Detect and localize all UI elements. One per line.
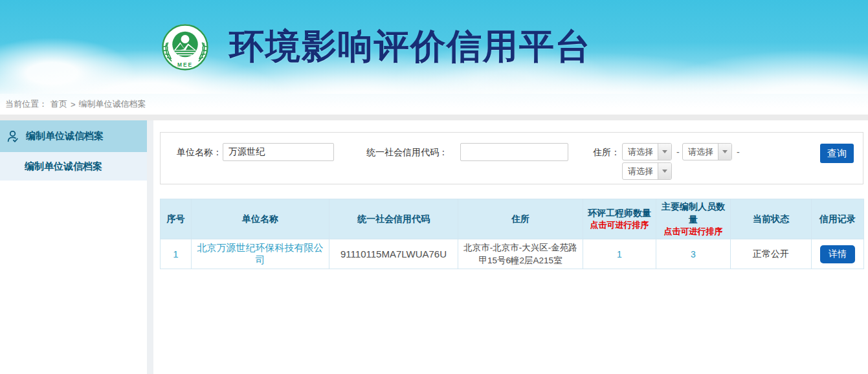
col-header-index: 序号: [161, 199, 192, 239]
staff-count-link[interactable]: 3: [691, 249, 696, 259]
breadcrumb-home-link[interactable]: 首页: [50, 98, 67, 110]
credit-code-value: 91110115MA7LWUA76U: [329, 239, 458, 269]
sort-hint[interactable]: 点击可进行排序: [659, 226, 728, 237]
site-title: 环境影响评价信用平台: [229, 23, 592, 71]
col-header-engineer-count-sortable[interactable]: 环评工程师数量 点击可进行排序: [583, 199, 656, 239]
sidebar-item-archive[interactable]: 编制单位诚信档案: [0, 152, 147, 181]
col-header-engineer-label: 环评工程师数量: [588, 208, 651, 218]
breadcrumb-current: 编制单位诚信档案: [79, 98, 146, 110]
chevron-down-icon[interactable]: [658, 144, 671, 160]
district-select-value: 请选择: [623, 163, 658, 179]
sort-hint[interactable]: 点击可进行排序: [586, 219, 653, 231]
credit-code-label: 统一社会信用代码：: [366, 147, 448, 159]
city-select[interactable]: 请选择: [682, 143, 732, 160]
main-content: 单位名称： 统一社会信用代码： 住所： 请选择 - 请选择 - 请选择 查询: [153, 120, 868, 374]
sidebar-group-archive[interactable]: 编制单位诚信档案: [0, 120, 147, 152]
engineer-count-link[interactable]: 1: [617, 249, 622, 259]
divider-band: [0, 115, 868, 120]
table-row: 1 北京万源世纪环保科技有限公司 91110115MA7LWUA76U 北京市-…: [161, 239, 864, 269]
col-header-name: 单位名称: [192, 199, 329, 239]
breadcrumb-prefix: 当前位置：: [5, 98, 47, 110]
breadcrumb-separator: >: [71, 100, 76, 109]
col-header-code: 统一社会信用代码: [329, 199, 458, 239]
dash-separator: -: [676, 147, 680, 157]
province-select[interactable]: 请选择: [622, 143, 672, 160]
detail-button[interactable]: 详情: [820, 245, 855, 263]
site-banner: MEE 环境影响评价信用平台: [0, 0, 868, 94]
chevron-down-icon[interactable]: [658, 163, 671, 179]
user-check-icon: [6, 129, 20, 144]
col-header-status: 当前状态: [731, 199, 812, 239]
address-value: 北京市-北京市-大兴区-金苑路甲15号6幢2层A215室: [458, 239, 583, 269]
chevron-down-icon[interactable]: [718, 144, 731, 160]
address-label: 住所：: [593, 147, 620, 159]
mee-logo-icon: MEE: [161, 23, 210, 72]
province-select-value: 请选择: [623, 144, 658, 160]
col-header-address: 住所: [458, 199, 583, 239]
table-header-row: 序号 单位名称 统一社会信用代码 住所 环评工程师数量 点击可进行排序 主要编制…: [161, 199, 864, 239]
query-button[interactable]: 查询: [820, 144, 854, 163]
breadcrumb: 当前位置： 首页 > 编制单位诚信档案: [0, 94, 868, 115]
sidebar-group-label: 编制单位诚信档案: [26, 130, 104, 142]
search-panel: 单位名称： 统一社会信用代码： 住所： 请选择 - 请选择 - 请选择 查询: [160, 132, 863, 184]
col-header-staff-label: 主要编制人员数量: [662, 201, 725, 225]
unit-name-label: 单位名称：: [177, 147, 222, 159]
svg-text:MEE: MEE: [177, 61, 193, 68]
row-index: 1: [161, 239, 192, 269]
results-table: 序号 单位名称 统一社会信用代码 住所 环评工程师数量 点击可进行排序 主要编制…: [160, 199, 864, 269]
city-select-value: 请选择: [683, 144, 718, 160]
sidebar-gutter: [147, 120, 153, 374]
credit-code-input[interactable]: [460, 143, 568, 161]
dash-separator: -: [737, 147, 740, 157]
sidebar: 编制单位诚信档案 编制单位诚信档案: [0, 120, 147, 374]
status-value: 正常公开: [731, 239, 812, 269]
col-header-credit-record: 信用记录: [812, 199, 864, 239]
unit-name-input[interactable]: [223, 143, 334, 161]
col-header-staff-count-sortable[interactable]: 主要编制人员数量 点击可进行排序: [656, 199, 731, 239]
company-name-link[interactable]: 北京万源世纪环保科技有限公司: [197, 242, 324, 265]
district-select[interactable]: 请选择: [622, 162, 672, 180]
